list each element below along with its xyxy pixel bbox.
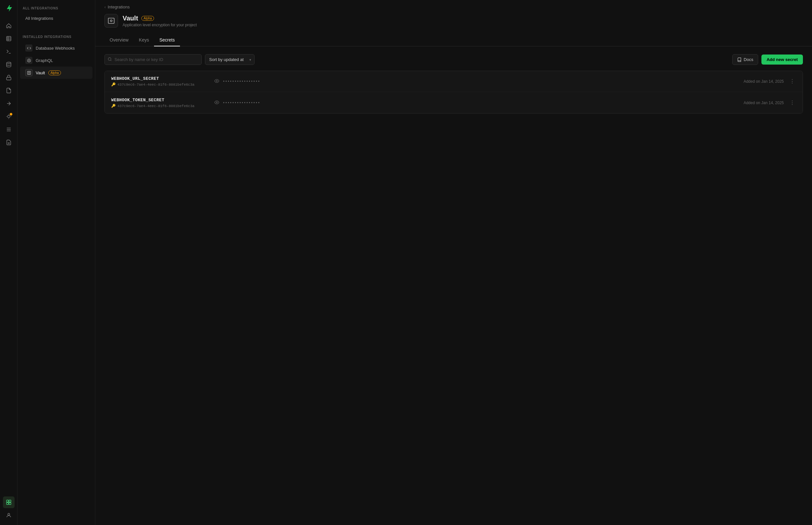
table-row: WEBHOOK_URL_SECRET 🔑 437c9ec6-7ae4-4eec-… [105, 71, 802, 92]
database-webhooks-label: Database Webhooks [36, 46, 75, 50]
table-row: WEBHOOK_TOKEN_SECRET 🔑 437c9ec6-7ae4-4ee… [105, 92, 802, 113]
user-avatar[interactable] [3, 509, 15, 521]
terminal-icon[interactable] [3, 46, 15, 57]
secret-value-area: •••••••••••••••• [214, 99, 738, 106]
added-date: Added on Jan 14, 2025 [744, 101, 784, 105]
secret-name: WEBHOOK_TOKEN_SECRET [111, 97, 208, 103]
added-date: Added on Jan 14, 2025 [744, 79, 784, 84]
notification-icon[interactable] [3, 111, 15, 122]
search-icon [108, 57, 112, 62]
all-integrations-section-title: ALL INTEGRATIONS [17, 6, 95, 13]
secret-value-area: •••••••••••••••• [214, 78, 738, 85]
svg-rect-0 [6, 36, 11, 41]
all-integrations-label: All Integrations [25, 16, 53, 21]
app-logo[interactable] [4, 4, 13, 14]
secret-key-id: 🔑 437c9ec6-7ae4-4eec-81f6-8081befe6c3a [111, 104, 208, 108]
main-content: ‹ Integrations Vault Alpha Application l… [95, 0, 812, 525]
page-alpha-badge: Alpha [141, 16, 154, 21]
vault-label: Vault [36, 71, 45, 75]
sidebar: ALL INTEGRATIONS All Integrations INSTAL… [17, 0, 95, 525]
toggle-visibility-button[interactable] [214, 99, 220, 106]
svg-point-31 [108, 57, 111, 60]
sidebar-item-vault[interactable]: Vault Alpha [20, 66, 92, 79]
toolbar: Sort by updated at Sort by name Sort by … [105, 54, 803, 65]
key-id-value: 437c9ec6-7ae4-4eec-81f6-8081befe6c3a [118, 104, 194, 108]
file-icon[interactable] [3, 85, 15, 96]
sort-select[interactable]: Sort by updated at Sort by name Sort by … [205, 54, 254, 65]
vault-icon-box [105, 14, 118, 28]
database-webhooks-icon [25, 44, 32, 51]
svg-rect-19 [6, 502, 9, 505]
docs-button[interactable]: Docs [732, 54, 758, 65]
installed-integrations-section-title: INSTALLED INTEGRATIONS [17, 35, 95, 42]
tab-overview[interactable]: Overview [105, 34, 134, 46]
toggle-visibility-button[interactable] [214, 78, 220, 85]
svg-point-28 [110, 20, 112, 22]
secret-info: WEBHOOK_TOKEN_SECRET 🔑 437c9ec6-7ae4-4ee… [111, 97, 208, 108]
more-options-button[interactable]: ⋮ [788, 78, 796, 85]
svg-rect-27 [108, 18, 114, 24]
secret-dots: •••••••••••••••• [223, 79, 261, 84]
page-title: Vault [123, 15, 138, 22]
tabs-bar: Overview Keys Secrets [95, 34, 812, 46]
svg-point-34 [216, 102, 218, 103]
home-icon[interactable] [3, 20, 15, 31]
tab-secrets[interactable]: Secrets [154, 34, 179, 46]
vault-icon-sidebar [25, 69, 32, 76]
svg-rect-6 [6, 77, 11, 80]
svg-point-21 [8, 513, 10, 515]
sidebar-item-all-integrations[interactable]: All Integrations [20, 13, 92, 24]
icon-rail [0, 0, 17, 525]
svg-point-24 [28, 72, 29, 73]
secret-key-id: 🔑 437c9ec6-7ae4-4eec-81f6-8081befe6c3a [111, 82, 208, 87]
key-id-value: 437c9ec6-7ae4-4eec-81f6-8081befe6c3a [118, 83, 194, 87]
secret-name: WEBHOOK_URL_SECRET [111, 76, 208, 81]
table-icon[interactable] [3, 33, 15, 44]
content-area: Sort by updated at Sort by name Sort by … [95, 46, 812, 121]
add-new-secret-button[interactable]: Add new secret [761, 55, 803, 64]
storage-icon[interactable] [3, 59, 15, 71]
tab-keys[interactable]: Keys [134, 34, 154, 46]
search-input-wrap [105, 54, 202, 65]
svg-point-5 [6, 62, 11, 64]
page-subtitle: Application level encryption for your pr… [123, 23, 197, 27]
secret-meta: Added on Jan 14, 2025 ⋮ [744, 78, 796, 85]
breadcrumb-chevron: ‹ [105, 5, 106, 10]
sort-select-wrap: Sort by updated at Sort by name Sort by … [205, 54, 254, 65]
key-icon: 🔑 [111, 82, 116, 87]
list-icon[interactable] [3, 124, 15, 135]
graphql-icon [25, 57, 32, 64]
page-title-group: Vault Alpha Application level encryption… [123, 15, 197, 27]
sidebar-item-database-webhooks[interactable]: Database Webhooks [20, 42, 92, 54]
secret-dots: •••••••••••••••• [223, 101, 261, 105]
reports-icon[interactable] [3, 137, 15, 148]
function-icon[interactable] [3, 97, 15, 109]
svg-line-32 [111, 60, 111, 61]
breadcrumb: ‹ Integrations [95, 0, 812, 14]
page-header: Vault Alpha Application level encryption… [95, 14, 812, 34]
graphql-label: GraphQL [36, 58, 53, 63]
more-options-button[interactable]: ⋮ [788, 100, 796, 106]
search-input[interactable] [105, 54, 202, 65]
svg-point-7 [7, 115, 10, 118]
svg-rect-17 [6, 500, 9, 502]
secret-meta: Added on Jan 14, 2025 ⋮ [744, 100, 796, 106]
key-icon: 🔑 [111, 104, 116, 108]
docs-label: Docs [744, 57, 753, 62]
secret-info: WEBHOOK_URL_SECRET 🔑 437c9ec6-7ae4-4eec-… [111, 76, 208, 87]
svg-rect-20 [9, 502, 11, 505]
secrets-list: WEBHOOK_URL_SECRET 🔑 437c9ec6-7ae4-4eec-… [105, 71, 803, 114]
vault-alpha-badge: Alpha [48, 71, 61, 75]
svg-rect-18 [9, 500, 11, 502]
integrations-icon[interactable] [3, 496, 15, 508]
auth-icon[interactable] [3, 72, 15, 84]
svg-point-33 [216, 80, 218, 82]
sidebar-item-graphql[interactable]: GraphQL [20, 54, 92, 66]
breadcrumb-parent-link[interactable]: Integrations [108, 4, 130, 10]
